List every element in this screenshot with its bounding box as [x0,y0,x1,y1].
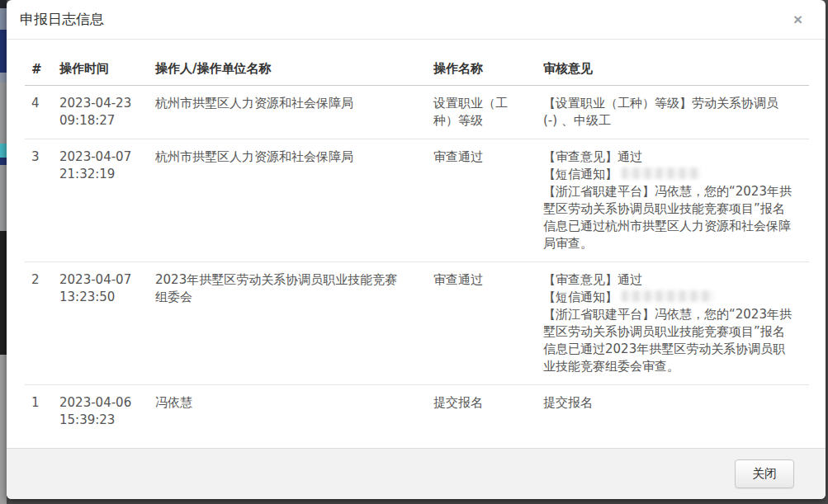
operator-name: 2023年拱墅区劳动关系协调员职业技能竞赛组委会 [149,262,427,385]
column-header-time: 操作时间 [53,49,149,86]
dialog-footer: 关闭 [7,448,826,499]
table-row: 4 2023-04-23 09:18:27 杭州市拱墅区人力资源和社会保障局 设… [25,86,809,139]
table-row: 3 2023-04-07 21:32:19 杭州市拱墅区人力资源和社会保障局 审… [25,139,809,262]
review-opinion: 【审查意见】通过 【短信通知】 【浙江省职建平台】冯依慧，您的“2023年拱墅区… [537,262,809,385]
column-header-operation: 操作名称 [427,49,537,86]
dialog-title: 申报日志信息 [20,10,104,29]
background-page-sliver [0,0,7,504]
operation-name: 审查通过 [427,262,537,385]
column-header-operator: 操作人/操作单位名称 [149,49,427,86]
dialog-body: # 操作时间 操作人/操作单位名称 操作名称 审核意见 4 2023-04-23… [7,40,826,448]
operator-name: 冯依慧 [149,385,427,439]
operation-name: 审查通过 [427,139,537,262]
opinion-line: 【短信通知】 [543,166,796,183]
review-opinion: 【设置职业（工种）等级】劳动关系协调员 (-) 、中级工 [537,86,809,139]
row-index: 4 [25,86,53,139]
operation-time: 2023-04-06 15:39:23 [53,385,149,439]
review-opinion: 【审查意见】通过 【短信通知】 【浙江省职建平台】冯依慧，您的“2023年拱墅区… [537,139,809,262]
opinion-line: 【短信通知】 [543,289,796,306]
opinion-line: 【浙江省职建平台】冯依慧，您的“2023年拱墅区劳动关系协调员职业技能竞赛项目”… [543,183,796,252]
operator-name: 杭州市拱墅区人力资源和社会保障局 [149,139,427,262]
table-row: 2 2023-04-07 13:23:50 2023年拱墅区劳动关系协调员职业技… [25,262,809,385]
table-header-row: # 操作时间 操作人/操作单位名称 操作名称 审核意见 [25,49,809,86]
close-icon[interactable]: × [788,10,807,29]
table-row: 1 2023-04-06 15:39:23 冯依慧 提交报名 提交报名 [25,385,809,439]
operation-time: 2023-04-23 09:18:27 [53,86,149,139]
declaration-log-dialog: 申报日志信息 × # 操作时间 操作人/操作单位名称 操作名称 审核意见 4 2… [7,0,826,499]
redacted-phone-number [622,167,700,179]
redacted-phone-number [622,290,714,302]
log-table: # 操作时间 操作人/操作单位名称 操作名称 审核意见 4 2023-04-23… [25,49,809,438]
dialog-header: 申报日志信息 × [7,0,826,40]
opinion-line: 【浙江省职建平台】冯依慧，您的“2023年拱墅区劳动关系协调员职业技能竞赛项目”… [543,306,796,375]
opinion-line: 【审查意见】通过 [543,271,796,289]
operation-time: 2023-04-07 21:32:19 [53,139,149,262]
row-index: 2 [25,262,53,385]
column-header-opinion: 审核意见 [537,49,809,86]
close-button[interactable]: 关闭 [735,459,794,488]
operation-time: 2023-04-07 13:23:50 [53,262,149,385]
operator-name: 杭州市拱墅区人力资源和社会保障局 [149,86,427,139]
row-index: 1 [25,385,53,439]
row-index: 3 [25,139,53,262]
review-opinion: 提交报名 [537,385,809,439]
column-header-index: # [25,49,53,86]
opinion-line: 【审查意见】通过 [543,148,796,166]
operation-name: 提交报名 [427,385,537,439]
operation-name: 设置职业（工种）等级 [427,86,537,139]
